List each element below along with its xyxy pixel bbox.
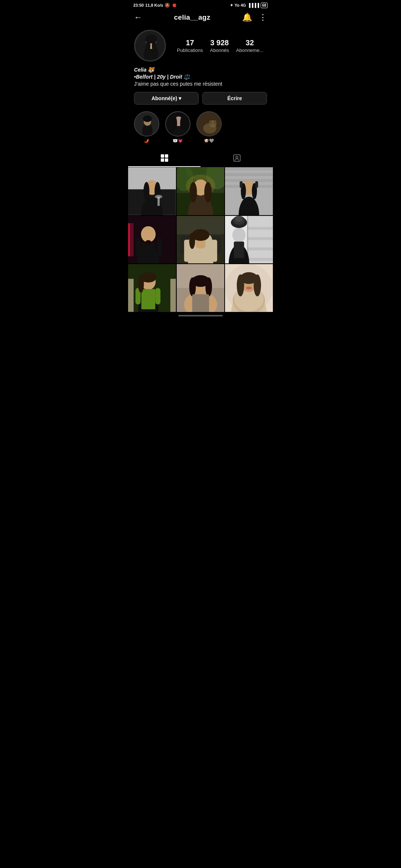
svg-rect-80 [247, 258, 273, 261]
photo-cell-1[interactable] [128, 167, 176, 215]
svg-rect-90 [170, 279, 176, 312]
notification-icon[interactable]: 🔔 [242, 13, 252, 22]
story-label-3: 🐶🩶 [204, 138, 214, 143]
svg-rect-79 [247, 247, 273, 250]
svg-point-83 [232, 227, 246, 242]
photo-cell-3[interactable] [225, 167, 273, 215]
avatar [134, 30, 166, 62]
photo-cell-8[interactable] [177, 264, 225, 312]
mute-icon: 🔕 [164, 3, 170, 8]
stories-row: 🌶️ 🐻‍❄️💗 [128, 111, 273, 149]
status-left: 23:50 11,8 Ko/s 🔕 ⏺ [133, 2, 177, 8]
photo-cell-5[interactable] [177, 216, 225, 264]
svg-point-87 [235, 216, 243, 222]
profile-stats: 17 Publications 3 928 Abonnés 32 Abonnem… [173, 39, 267, 53]
message-button[interactable]: Écrire [202, 92, 267, 105]
status-time: 23:50 [133, 3, 144, 7]
svg-point-43 [204, 182, 212, 203]
svg-rect-63 [136, 238, 141, 256]
home-bar [178, 315, 223, 316]
photo-cell-6[interactable] [225, 216, 273, 264]
bio-details: •Belfort | 20y | Droit ⚖️ [134, 74, 267, 80]
bio-name: Celia 🐯 [134, 67, 267, 73]
svg-point-42 [189, 182, 197, 203]
story-circle-1[interactable] [134, 111, 159, 137]
svg-rect-53 [240, 181, 243, 188]
svg-rect-46 [225, 173, 273, 176]
status-bar: 23:50 11,8 Ko/s 🔕 ⏺ ✦ Yo 4G ▐▐▐▐ 68 [128, 0, 273, 10]
svg-rect-95 [155, 288, 160, 305]
record-icon: ⏺ [172, 2, 177, 8]
svg-rect-22 [161, 158, 164, 162]
action-buttons: Abonné(e) ▾ Écrire [134, 92, 267, 105]
svg-rect-45 [225, 167, 273, 170]
follow-button[interactable]: Abonné(e) ▾ [134, 92, 199, 105]
svg-point-62 [146, 240, 151, 244]
svg-rect-89 [128, 279, 134, 312]
story-circle-2[interactable] [165, 111, 190, 137]
bluetooth-icon: ✦ [230, 3, 233, 8]
signal-icon: Yo 4G [235, 3, 246, 7]
bio-quote: J'aime pas que ces putes me résistent [134, 81, 267, 87]
stat-publications: 17 Publications [177, 39, 203, 53]
svg-rect-84 [234, 241, 244, 258]
photo-cell-4[interactable] [128, 216, 176, 264]
svg-point-4 [146, 39, 150, 52]
stat-following: 32 Abonneme... [236, 39, 264, 53]
svg-point-74 [189, 233, 195, 249]
profile-bio: Celia 🐯 •Belfort | 20y | Droit ⚖️ J'aime… [134, 67, 267, 87]
svg-rect-77 [247, 227, 273, 230]
profile-username: celia__agz [174, 13, 210, 22]
svg-point-113 [237, 274, 244, 296]
svg-point-60 [141, 226, 156, 242]
svg-point-114 [254, 274, 261, 296]
tabs-row [128, 149, 273, 167]
story-label-1: 🌶️ [144, 138, 149, 143]
svg-point-30 [144, 182, 150, 200]
photo-grid [128, 167, 273, 312]
story-item-1[interactable]: 🌶️ [134, 111, 159, 143]
grid-icon [160, 154, 169, 162]
svg-point-18 [209, 120, 212, 125]
profile-top: 17 Publications 3 928 Abonnés 32 Abonnem… [134, 30, 267, 62]
svg-rect-78 [247, 237, 273, 240]
photo-cell-7[interactable] [128, 264, 176, 312]
svg-point-103 [189, 277, 196, 296]
svg-rect-54 [255, 181, 258, 188]
home-indicator [128, 312, 273, 319]
tab-grid[interactable] [128, 149, 200, 167]
story-circle-3[interactable] [196, 111, 222, 137]
photo-cell-9[interactable] [225, 264, 273, 312]
svg-point-25 [236, 156, 238, 158]
signal-bars-icon: ▐▐▐▐ [248, 3, 259, 7]
nav-icons: 🔔 ⋮ [242, 13, 267, 22]
svg-point-115 [246, 287, 252, 290]
profile-section: 17 Publications 3 928 Abonnés 32 Abonnem… [128, 26, 273, 105]
more-icon[interactable]: ⋮ [259, 13, 267, 22]
battery-icon: 68 [261, 3, 268, 8]
svg-point-13 [171, 116, 177, 131]
svg-point-33 [155, 195, 162, 198]
svg-rect-23 [165, 158, 168, 162]
svg-point-19 [213, 120, 216, 125]
svg-point-5 [152, 39, 156, 52]
story-item-3[interactable]: 🐶🩶 [196, 111, 222, 143]
status-right: ✦ Yo 4G ▐▐▐▐ 68 [230, 3, 268, 8]
tagged-icon [232, 154, 241, 162]
svg-rect-105 [192, 295, 209, 312]
svg-rect-64 [157, 238, 162, 256]
photo-cell-2[interactable] [177, 167, 225, 215]
svg-point-104 [205, 277, 212, 296]
status-network: 11,8 Ko/s [145, 3, 163, 7]
story-label-2: 🐻‍❄️💗 [173, 138, 183, 143]
svg-point-14 [180, 116, 186, 131]
tab-tagged[interactable] [200, 149, 273, 167]
svg-point-97 [138, 275, 144, 293]
svg-point-9 [143, 115, 152, 122]
svg-rect-21 [165, 154, 168, 158]
stat-followers: 3 928 Abonnés [210, 39, 229, 53]
story-item-2[interactable]: 🐻‍❄️💗 [165, 111, 190, 143]
back-button[interactable]: ← [134, 13, 142, 22]
svg-rect-58 [128, 223, 130, 256]
svg-rect-93 [141, 289, 156, 309]
